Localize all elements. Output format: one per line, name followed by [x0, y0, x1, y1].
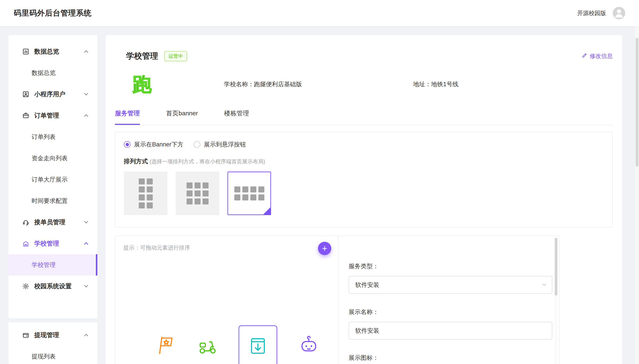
- layout-options: [124, 172, 604, 215]
- grid-square: [147, 194, 153, 200]
- radio-label: 展示到悬浮按钮: [204, 140, 246, 148]
- grid-square: [187, 198, 193, 204]
- layout-grid-preview: [187, 182, 209, 204]
- sidebar-card-main: 数据总览 数据总览 小程序用户 订单管理 订单列表: [9, 35, 97, 318]
- panel-scrollbar-thumb[interactable]: [555, 238, 557, 296]
- miniprogram-user-icon: [22, 91, 29, 98]
- sidebar-item-data-overview-sub[interactable]: 数据总览: [9, 62, 97, 84]
- gamepad-icon[interactable]: [299, 335, 319, 355]
- layout-option-2col[interactable]: [124, 172, 167, 215]
- scooter-icon[interactable]: [197, 335, 217, 355]
- grid-square: [258, 194, 264, 200]
- layout-option-4col-selected[interactable]: [227, 172, 271, 215]
- courier-icon: [22, 219, 29, 226]
- selected-service-item[interactable]: [239, 325, 277, 364]
- sidebar-item-miniprogram-users[interactable]: 小程序用户: [9, 84, 97, 105]
- radio-banner-below[interactable]: 展示在Banner下方: [124, 140, 183, 148]
- sidebar-item-label: 数据总览: [34, 47, 59, 56]
- sidebar-item-campus-system-settings[interactable]: 校园系统设置: [9, 276, 97, 297]
- service-sort-area: 提示：可拖动元素进行排序 +: [115, 236, 338, 364]
- app-header: 码里码外后台管理系统 开源校园版: [0, 0, 639, 26]
- layout-option-3col[interactable]: [176, 172, 219, 215]
- grid-square: [147, 186, 153, 192]
- grid-square: [147, 202, 153, 208]
- layout-grid-preview: [234, 186, 264, 200]
- grid-square: [139, 194, 145, 200]
- radio-selected-icon: [124, 141, 131, 148]
- sidebar-item-label: 提现列表: [32, 352, 56, 360]
- arrange-note: (选择一项排列方式，将在小程序端首页展示布局): [150, 158, 265, 165]
- flag-icon[interactable]: [155, 335, 175, 355]
- sidebar-item-order-hall-display[interactable]: 订单大厅展示: [9, 169, 97, 190]
- sidebar-item-label: 提现管理: [34, 331, 59, 339]
- radio-floating-button[interactable]: 展示到悬浮按钮: [194, 140, 246, 148]
- grid-square: [187, 182, 193, 188]
- sidebar-item-school-management-sub[interactable]: 学校管理: [9, 254, 97, 276]
- grid-square: [234, 186, 240, 192]
- radio-label: 展示在Banner下方: [134, 140, 183, 148]
- chevron-down-icon: [84, 91, 88, 95]
- chevron-up-icon: [84, 334, 88, 338]
- sidebar-item-fund-flow-list[interactable]: 资金走向列表: [9, 148, 97, 169]
- service-type-select[interactable]: 软件安装: [349, 276, 552, 294]
- grid-square: [250, 186, 256, 192]
- grid-square: [139, 186, 145, 192]
- sidebar-item-label: 时间要求配置: [32, 197, 68, 205]
- sidebar-card-withdraw: 提现管理 提现列表: [9, 322, 97, 364]
- sidebar-item-label: 学校管理: [32, 261, 56, 269]
- drag-hint: 提示：可拖动元素进行排序: [123, 244, 190, 251]
- edit-info-link[interactable]: 修改信息: [582, 52, 613, 60]
- school-info-row: 跑 学校名称：跑腿便利店基础版 地址：地铁1号线: [115, 73, 613, 95]
- grid-square: [250, 194, 256, 200]
- add-service-button[interactable]: +: [318, 242, 331, 255]
- page-title-row: 学校管理 运营中 修改信息: [115, 51, 613, 62]
- selected-corner-badge: [263, 207, 271, 215]
- school-icon: [22, 240, 29, 247]
- grid-square: [195, 190, 201, 196]
- display-name-input[interactable]: 软件安装: [349, 322, 552, 340]
- sidebar-item-label: 资金走向列表: [32, 154, 68, 162]
- window-scrollbar-thumb[interactable]: [636, 38, 638, 167]
- grid-square: [242, 194, 248, 200]
- sidebar-item-withdraw-list[interactable]: 提现列表: [9, 346, 97, 364]
- school-name: 学校名称：跑腿便利店基础版: [224, 80, 302, 88]
- status-badge: 运营中: [164, 51, 187, 61]
- tab-home-banner[interactable]: 首页banner: [166, 109, 198, 125]
- display-name-label: 展示名称：: [349, 308, 559, 316]
- sidebar-item-school-management[interactable]: 学校管理: [9, 233, 97, 254]
- layout-grid-preview: [139, 178, 153, 208]
- avatar[interactable]: [613, 7, 625, 19]
- display-icon-label: 展示图标：: [349, 354, 559, 362]
- page-title: 学校管理: [126, 51, 158, 62]
- box-download-icon: [248, 335, 268, 357]
- sidebar-item-order-management[interactable]: 订单管理: [9, 105, 97, 126]
- school-logo: 跑: [131, 73, 153, 95]
- sidebar-item-courier-management[interactable]: 接单员管理: [9, 212, 97, 233]
- tabs: 服务管理 首页banner 楼栋管理: [115, 109, 613, 125]
- arrange-label: 排列方式: [124, 157, 148, 165]
- grid-square: [203, 198, 209, 204]
- order-icon: [22, 112, 29, 119]
- sidebar-item-label: 接单员管理: [34, 218, 65, 226]
- display-settings-section: 展示在Banner下方 展示到悬浮按钮 排列方式 (选择一项排列方式，将在小程序…: [115, 132, 613, 228]
- chevron-down-icon: [84, 219, 88, 223]
- tab-building-management[interactable]: 楼栋管理: [224, 109, 249, 125]
- service-edit-form: 服务类型： 软件安装 展示名称： 软件安装 展示图标：: [338, 236, 559, 364]
- grid-square: [195, 182, 201, 188]
- sidebar-item-label: 订单列表: [32, 133, 56, 141]
- tab-service-management[interactable]: 服务管理: [115, 109, 140, 125]
- grid-square: [139, 202, 145, 208]
- sidebar-item-label: 小程序用户: [34, 90, 65, 98]
- sidebar: 数据总览 数据总览 小程序用户 订单管理 订单列表: [9, 35, 97, 364]
- sidebar-item-order-list[interactable]: 订单列表: [9, 126, 97, 148]
- service-icon-list: [155, 335, 319, 364]
- grid-square: [258, 186, 264, 192]
- chevron-down-icon: [84, 283, 88, 287]
- grid-square: [242, 186, 248, 192]
- sidebar-item-label: 订单管理: [34, 111, 59, 120]
- sidebar-item-time-requirement-config[interactable]: 时间要求配置: [9, 190, 97, 212]
- sidebar-item-data-overview[interactable]: 数据总览: [9, 41, 97, 62]
- sidebar-item-withdraw-management[interactable]: 提现管理: [9, 324, 97, 346]
- grid-square: [147, 178, 153, 184]
- radio-unselected-icon: [194, 141, 200, 148]
